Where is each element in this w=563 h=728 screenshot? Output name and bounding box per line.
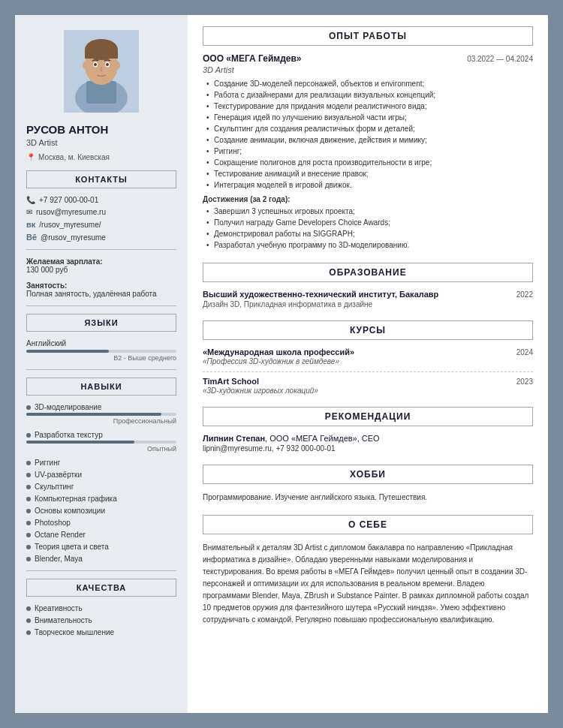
skill-list-item: Теория цвета и света	[26, 543, 176, 551]
skill-texturing: Разработка текстур Опытный	[26, 431, 176, 453]
location-text: Москва, м. Киевская	[38, 153, 110, 161]
salary-value: 130 000 руб	[26, 266, 176, 274]
avatar	[64, 30, 139, 113]
svg-point-10	[94, 63, 97, 66]
skill-3d-level: Профессиональный	[26, 417, 176, 425]
languages-section-title: ЯЗЫКИ	[26, 314, 176, 332]
about-text: Внимательный к деталям 3D Artist с дипло…	[203, 542, 533, 626]
language-bar-fill	[26, 350, 109, 353]
contacts-section-title: КОНТАКТЫ	[26, 170, 176, 188]
skill-3d-bar-fill	[26, 413, 161, 416]
courses-section: КУРСЫ «Международная школа профессий»202…	[203, 320, 533, 395]
email-text: rusov@myresume.ru	[36, 208, 106, 216]
skill-dot-2	[26, 433, 31, 438]
svg-point-13	[116, 62, 120, 69]
skill-dot	[26, 497, 31, 501]
skill-dot	[26, 557, 31, 561]
quality-dot	[26, 630, 31, 635]
skill-dot	[26, 533, 31, 537]
avatar-container	[26, 30, 176, 113]
skills-section-title: НАВЫКИ	[26, 378, 176, 396]
language-bar-bg	[26, 350, 176, 353]
svg-point-12	[83, 62, 87, 69]
contact-phone: 📞 +7 927 000-00-01	[26, 196, 176, 204]
skill-dot	[26, 521, 31, 525]
rec-section-title: РЕКОМЕНДАЦИИ	[203, 407, 533, 426]
edu-institution: Высший художественно-технический институ…	[203, 290, 438, 299]
skill-3d-modeling-name: 3D-моделирование	[26, 403, 176, 411]
resume-container: РУСОВ АНТОН 3D Artist 📍 Москва, м. Киевс…	[15, 15, 548, 713]
vk-text: /rusov_myresume/	[39, 221, 101, 229]
edu-year: 2022	[516, 290, 533, 299]
divider-2	[26, 305, 176, 306]
divider-1	[26, 249, 176, 250]
quality-dot	[26, 606, 31, 611]
quality-dot	[26, 618, 31, 623]
rec-name: Липнин Степан, ООО «МЕГА Геймдев», CEO	[203, 434, 533, 443]
salary-section: Желаемая зарплата: 130 000 руб	[26, 257, 176, 274]
skill-list-item: Риггинг	[26, 459, 176, 467]
skill-dot	[26, 545, 31, 549]
achievement-item: Завершил 3 успешных игровых проекта;	[206, 206, 533, 217]
location-icon: 📍	[26, 153, 35, 161]
skill-list-item: Компьютерная графика	[26, 495, 176, 503]
hobby-text: Программирование. Изучение английского я…	[203, 492, 533, 503]
skill-list-item: Основы композиции	[26, 507, 176, 515]
job-dates: 03.2022 — 04.2024	[467, 55, 533, 63]
achievement-item: Получил награду Game Developers Choice A…	[206, 217, 533, 228]
edu-degree: Дизайн 3D, Прикладная информатика в диза…	[203, 300, 533, 308]
course-school: «Международная школа профессий»	[203, 347, 354, 356]
skill-texturing-name: Разработка текстур	[26, 431, 176, 439]
achievements-list: Завершил 3 успешных игровых проекта;Полу…	[203, 206, 533, 251]
language-name: Английский	[26, 339, 176, 347]
edu-header: Высший художественно-технический институ…	[203, 290, 533, 299]
phone-text: +7 927 000-00-01	[39, 196, 98, 204]
course-header: TimArt School2023	[203, 377, 533, 386]
skill-3d-bar-bg	[26, 413, 176, 416]
job-role: 3D Artist	[203, 65, 533, 74]
courses-list: «Международная школа профессий»2024«Проф…	[203, 347, 533, 395]
skill-list: РиггингUV-развёрткиСкульптингКомпьютерна…	[26, 459, 176, 563]
skill-list-item: UV-развёртки	[26, 471, 176, 479]
achievement-item: Демонстрировал работы на SIGGRAPH;	[206, 228, 533, 239]
skill-dot	[26, 509, 31, 513]
about-section-title: О СЕБЕ	[203, 515, 533, 534]
contact-vk: вк /rusov_myresume/	[26, 220, 176, 229]
qualities-list: КреативностьВнимательностьТворческое мыш…	[26, 604, 176, 636]
skill-list-item: Скульптинг	[26, 483, 176, 491]
candidate-name: РУСОВ АНТОН	[26, 123, 176, 136]
employment-label: Занятость:	[26, 281, 176, 290]
vk-icon: вк	[26, 220, 35, 229]
email-icon: ✉	[26, 208, 32, 216]
employment-value: Полная занятость, удалённая работа	[26, 290, 176, 298]
job-bullet-item: Генерация идей по улучшению визуальной ч…	[206, 112, 533, 123]
skill-3d-modeling: 3D-моделирование Профессиональный	[26, 403, 176, 425]
skill-list-item: Octane Render	[26, 531, 176, 539]
skill-list-item: Photoshop	[26, 519, 176, 527]
job-company: ООО «МЕГА Геймдев»	[203, 53, 302, 64]
course-desc: «3D-художник игровых локаций»	[203, 387, 533, 395]
quality-item: Творческое мышление	[26, 628, 176, 636]
be-icon: Bē	[26, 233, 37, 242]
about-section: О СЕБЕ Внимательный к деталям 3D Artist …	[203, 515, 533, 626]
employment-section: Занятость: Полная занятость, удалённая р…	[26, 281, 176, 298]
work-section: ОПЫТ РАБОТЫ ООО «МЕГА Геймдев» 03.2022 —…	[203, 26, 533, 251]
qualities-section-title: КАЧЕСТВА	[26, 579, 176, 597]
work-section-title: ОПЫТ РАБОТЫ	[203, 26, 533, 46]
skill-list-item: Blender, Maya	[26, 555, 176, 563]
quality-item: Внимательность	[26, 616, 176, 624]
job-bullet-item: Работа с дизайнерами для реализации визу…	[206, 89, 533, 101]
skill-dot	[26, 405, 31, 410]
svg-point-11	[106, 63, 109, 66]
left-column: РУСОВ АНТОН 3D Artist 📍 Москва, м. Киевс…	[15, 15, 188, 713]
location: 📍 Москва, м. Киевская	[26, 153, 176, 161]
job-bullet-item: Создание анимации, включая движение, дей…	[206, 134, 533, 146]
hobby-section: ХОББИ Программирование. Изучение английс…	[203, 465, 533, 503]
contact-be: Bē @rusov_myresume	[26, 233, 176, 242]
course-school: TimArt School	[203, 377, 259, 386]
phone-icon: 📞	[26, 196, 35, 204]
language-level: B2 - Выше среднего	[26, 354, 176, 362]
svg-rect-7	[85, 50, 118, 59]
achievements-label: Достижения (за 2 года):	[203, 195, 533, 203]
course-year: 2023	[516, 378, 533, 386]
